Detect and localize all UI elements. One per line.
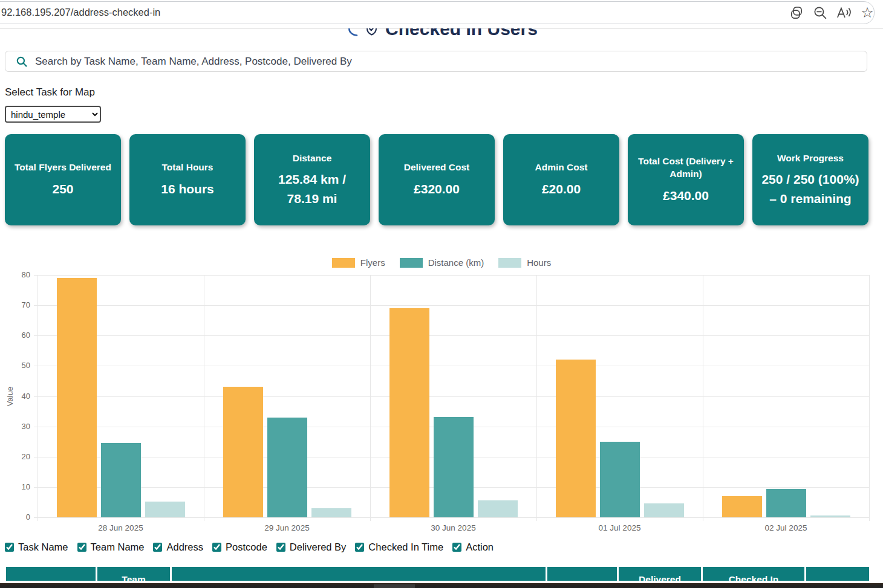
stat-card-value: 250 — [52, 179, 73, 199]
search-bar — [5, 51, 867, 72]
column-toggle-label: Action — [466, 541, 494, 553]
column-toggle-label: Delivered By — [290, 541, 347, 553]
page-title: Checked In Users — [385, 27, 538, 42]
stat-card-label: Distance — [293, 152, 332, 165]
column-toggle-label: Task Name — [18, 541, 68, 553]
stat-card-total-hours: Total Hours16 hours — [129, 134, 246, 225]
y-axis-tick-label: 50 — [0, 361, 30, 370]
stat-card-work-progress: Work Progress250 / 250 (100%) – 0 remain… — [752, 134, 868, 225]
taskbar-edge — [0, 583, 883, 588]
stat-card-value: 125.84 km / 78.19 mi — [262, 170, 362, 208]
map-task-select[interactable]: hindu_temple — [5, 106, 101, 123]
column-toggle-label: Postcode — [226, 541, 267, 553]
x-axis-tick-label: 02 Jul 2025 — [703, 523, 869, 532]
stat-card-label: Total Cost (Delivery + Admin) — [636, 155, 735, 181]
checkbox-task-name[interactable] — [5, 543, 14, 552]
bar-hours — [810, 515, 850, 517]
column-toggle-label: Address — [166, 541, 203, 553]
grid-line-v — [869, 275, 870, 521]
bar-hours — [644, 503, 684, 517]
bar-flyers — [223, 387, 263, 517]
column-toggle-action[interactable]: Action — [452, 541, 494, 553]
bar-flyers — [57, 278, 97, 517]
read-aloud-icon[interactable] — [835, 4, 852, 21]
grid-line-h — [34, 366, 869, 366]
stat-card-admin-cost: Admin Cost£20.00 — [503, 134, 619, 225]
browser-toolbar-icons: ☆ — [788, 3, 876, 22]
stat-card-total-flyers-delivered: Total Flyers Delivered250 — [5, 134, 121, 225]
stat-card-value: 250 / 250 (100%) – 0 remaining — [761, 170, 860, 208]
taskbar-segment — [374, 584, 415, 588]
favorites-star-icon[interactable]: ☆ — [859, 4, 876, 21]
map-task-select-label: Select Task for Map — [5, 86, 95, 99]
checkbox-address[interactable] — [153, 543, 162, 552]
checked-in-users-icon — [345, 27, 377, 45]
column-toggle-label: Team Name — [91, 541, 145, 553]
bar-distance-km — [766, 489, 806, 517]
bar-flyers — [389, 308, 429, 517]
column-toggle-address[interactable]: Address — [153, 541, 203, 553]
browser-address-bar: 92.168.195.207/address-checked-in ☆ — [0, 0, 883, 28]
y-axis-tick-label: 70 — [0, 300, 30, 309]
grid-line-v — [204, 275, 204, 521]
y-axis-tick-label: 60 — [0, 331, 30, 340]
grid-line-h — [34, 517, 869, 518]
y-axis-tick-label: 40 — [0, 392, 30, 401]
bar-chart: FlyersDistance (km)Hours Value 010203040… — [0, 254, 883, 538]
checkbox-checked-in-time[interactable] — [355, 543, 364, 552]
bar-distance-km — [101, 443, 141, 517]
grid-line-v — [536, 275, 537, 521]
x-axis-tick-label: 29 Jun 2025 — [204, 523, 370, 532]
grid-line-h — [34, 396, 869, 397]
zoom-out-icon[interactable] — [812, 4, 829, 21]
column-toggle-postcode[interactable]: Postcode — [212, 541, 267, 553]
grid-line-h — [34, 305, 869, 306]
bar-flyers — [556, 360, 596, 517]
column-toggle-label: Checked In Time — [368, 541, 443, 553]
stat-card-value: £20.00 — [542, 179, 581, 199]
chart-plot-area: 0102030405060708028 Jun 202529 Jun 20253… — [0, 254, 883, 538]
column-toggle-team-name[interactable]: Team Name — [77, 541, 145, 553]
column-toggle-delivered-by[interactable]: Delivered By — [276, 541, 347, 553]
stat-card-label: Work Progress — [777, 152, 844, 165]
url-text[interactable]: 92.168.195.207/address-checked-in — [1, 0, 160, 24]
checkbox-delivered-by[interactable] — [276, 543, 285, 552]
y-axis-tick-label: 80 — [0, 270, 30, 279]
column-toggle-checked-in-time[interactable]: Checked In Time — [355, 541, 443, 553]
page-header: Checked In Users — [0, 27, 883, 46]
grid-line-v — [703, 275, 703, 521]
stat-card-distance: Distance125.84 km / 78.19 mi — [254, 134, 370, 225]
stat-card-total-cost-delivery-admin: Total Cost (Delivery + Admin)£340.00 — [628, 134, 744, 225]
stat-card-label: Total Flyers Delivered — [15, 161, 111, 174]
stat-card-label: Admin Cost — [535, 161, 588, 174]
grid-line-v — [37, 275, 38, 521]
bar-distance-km — [434, 417, 474, 517]
bar-hours — [311, 508, 351, 517]
search-input[interactable] — [28, 56, 867, 68]
stat-cards: Total Flyers Delivered250Total Hours16 h… — [5, 134, 868, 225]
checkbox-action[interactable] — [452, 543, 461, 552]
grid-line-h — [34, 275, 869, 276]
stat-card-delivered-cost: Delivered Cost£320.00 — [379, 134, 495, 225]
column-toggles: Task NameTeam NameAddressPostcodeDeliver… — [5, 541, 494, 553]
stat-card-value: £320.00 — [414, 179, 460, 199]
grid-line-h — [34, 335, 869, 336]
bar-hours — [145, 502, 185, 517]
stat-card-label: Total Hours — [162, 161, 213, 174]
x-axis-tick-label: 01 Jul 2025 — [536, 523, 703, 532]
bar-distance-km — [267, 418, 307, 517]
grid-line-v — [370, 275, 371, 521]
y-axis-tick-label: 20 — [0, 452, 30, 461]
stat-card-label: Delivered Cost — [404, 161, 470, 174]
copilot-icon[interactable] — [788, 4, 805, 21]
checkbox-team-name[interactable] — [77, 543, 86, 552]
y-axis-tick-label: 10 — [0, 482, 30, 491]
y-axis-tick-label: 30 — [0, 422, 30, 431]
search-icon — [16, 56, 28, 68]
x-axis-tick-label: 30 Jun 2025 — [370, 523, 536, 532]
bar-flyers — [722, 496, 762, 517]
column-toggle-task-name[interactable]: Task Name — [5, 541, 68, 553]
stat-card-value: £340.00 — [663, 186, 709, 205]
y-axis-tick-label: 0 — [0, 512, 30, 522]
checkbox-postcode[interactable] — [212, 543, 221, 552]
